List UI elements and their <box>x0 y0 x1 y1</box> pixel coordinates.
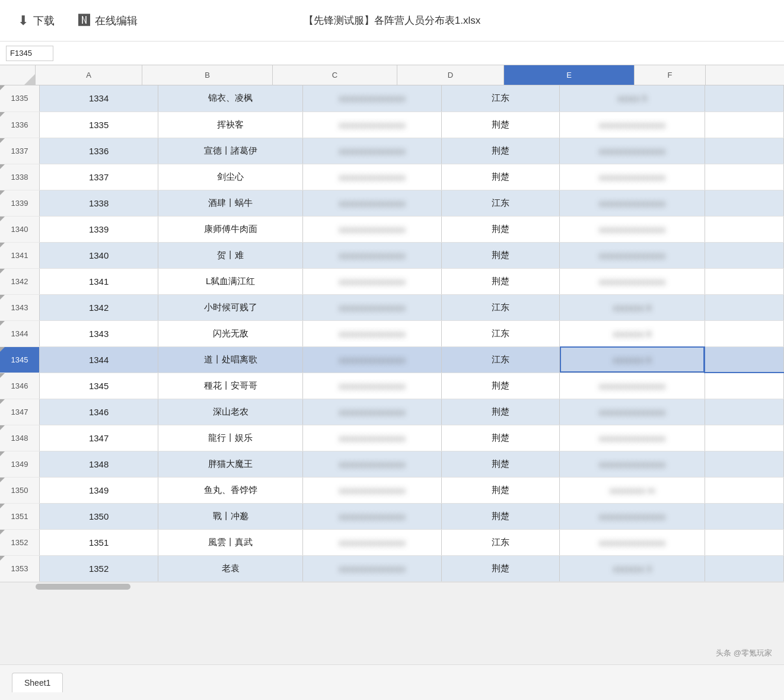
download-button[interactable]: ⬇ 下载 <box>18 13 55 28</box>
cell-f[interactable] <box>705 529 783 555</box>
cell-a[interactable]: 1352 <box>40 555 158 581</box>
cell-e[interactable]: xxxxxxx 6 <box>560 320 705 346</box>
table-row[interactable]: 13501349鱼丸、香饽饽xxxxxxxxxxxxxxx荆楚xxxxxxxx … <box>0 477 784 503</box>
cell-c[interactable]: xxxxxxxxxxxxxxx <box>303 529 441 555</box>
cell-f[interactable] <box>705 555 783 581</box>
cell-b[interactable]: 剑尘心 <box>158 164 303 190</box>
table-row[interactable]: 13481347龍行丨娱乐xxxxxxxxxxxxxxx荆楚xxxxxxxxxx… <box>0 425 784 451</box>
cell-d[interactable]: 江东 <box>441 346 560 373</box>
cell-c[interactable]: xxxxxxxxxxxxxxx <box>303 268 441 294</box>
table-row[interactable]: 13491348胖猫大魔王xxxxxxxxxxxxxxx荆楚xxxxxxxxxx… <box>0 451 784 477</box>
cell-a[interactable]: 1338 <box>40 190 158 216</box>
cell-e[interactable]: xxxxxxx 6 <box>560 346 705 373</box>
cell-c[interactable]: xxxxxxxxxxxxxxx <box>303 294 441 320</box>
cell-f[interactable] <box>705 503 783 529</box>
table-row[interactable]: 13411340贺丨难xxxxxxxxxxxxxxx荆楚xxxxxxxxxxxx… <box>0 242 784 268</box>
cell-c[interactable]: xxxxxxxxxxxxxxx <box>303 503 441 529</box>
cell-f[interactable] <box>705 373 783 399</box>
cell-e[interactable]: xxxxxxxxxxxxxxx <box>560 399 705 425</box>
cell-e[interactable]: xxxxxxxxxxxxxxx <box>560 242 705 268</box>
cell-e[interactable]: xxxxxxxxxxxxxxx <box>560 216 705 242</box>
cell-f[interactable] <box>705 320 783 346</box>
scrollbar-thumb[interactable] <box>36 584 130 590</box>
cell-d[interactable]: 江东 <box>441 294 560 320</box>
cell-d[interactable]: 荆楚 <box>441 373 560 399</box>
cell-d[interactable]: 荆楚 <box>441 242 560 268</box>
cell-c[interactable]: xxxxxxxxxxxxxxx <box>303 373 441 399</box>
cell-f[interactable] <box>705 164 783 190</box>
cell-a[interactable]: 1350 <box>40 503 158 529</box>
cell-d[interactable]: 江东 <box>441 320 560 346</box>
cell-e[interactable]: xxxxxxxxxxxxxxx <box>560 190 705 216</box>
online-edit-button[interactable]: 🅽 在线编辑 <box>78 14 138 28</box>
table-row[interactable]: 13351334锦衣、凌枫xxxxxxxxxxxxxxx江东xxxxx 5 <box>0 85 784 112</box>
cell-e[interactable]: xxxxxxxxxxxxxxx <box>560 112 705 138</box>
cell-e[interactable]: xxxxxxxxxxxxxxx <box>560 373 705 399</box>
cell-b[interactable]: 贺丨难 <box>158 242 303 268</box>
table-row[interactable]: 13451344道丨处唱离歌xxxxxxxxxxxxxxx江东xxxxxxx 6 <box>0 346 784 373</box>
col-header-a[interactable]: A <box>36 65 142 85</box>
cell-d[interactable]: 江东 <box>441 529 560 555</box>
cell-c[interactable]: xxxxxxxxxxxxxxx <box>303 190 441 216</box>
cell-d[interactable]: 荆楚 <box>441 216 560 242</box>
cell-b[interactable]: 鱼丸、香饽饽 <box>158 477 303 503</box>
cell-e[interactable]: xxxxxxxxxxxxxxx <box>560 425 705 451</box>
cell-f[interactable] <box>705 451 783 477</box>
table-row[interactable]: 13421341L弑血满江红xxxxxxxxxxxxxxx荆楚xxxxxxxxx… <box>0 268 784 294</box>
cell-b[interactable]: 酒肆丨蜗牛 <box>158 190 303 216</box>
cell-a[interactable]: 1337 <box>40 164 158 190</box>
cell-f[interactable] <box>705 399 783 425</box>
cell-f[interactable] <box>705 425 783 451</box>
cell-a[interactable]: 1342 <box>40 294 158 320</box>
cell-b[interactable]: 宣德丨諸葛伊 <box>158 138 303 164</box>
cell-f[interactable] <box>705 294 783 320</box>
cell-e[interactable]: xxxxxxxx m <box>560 477 705 503</box>
cell-e[interactable]: xxxxxxxxxxxxxxx <box>560 268 705 294</box>
table-row[interactable]: 13531352老袁xxxxxxxxxxxxxxx荆楚xxxxxxx 3 <box>0 555 784 581</box>
cell-a[interactable]: 1336 <box>40 138 158 164</box>
cell-a[interactable]: 1351 <box>40 529 158 555</box>
cell-d[interactable]: 荆楚 <box>441 477 560 503</box>
cell-c[interactable]: xxxxxxxxxxxxxxx <box>303 112 441 138</box>
cell-c[interactable]: xxxxxxxxxxxxxxx <box>303 320 441 346</box>
cell-e[interactable]: xxxxxxx 3 <box>560 555 705 581</box>
cell-b[interactable]: 小时候可贱了 <box>158 294 303 320</box>
table-row[interactable]: 13511350戰丨冲邈xxxxxxxxxxxxxxx荆楚xxxxxxxxxxx… <box>0 503 784 529</box>
cell-d[interactable]: 江东 <box>441 85 560 112</box>
cell-d[interactable]: 江东 <box>441 190 560 216</box>
cell-d[interactable]: 荆楚 <box>441 268 560 294</box>
cell-b[interactable]: 戰丨冲邈 <box>158 503 303 529</box>
cell-f[interactable] <box>705 190 783 216</box>
cell-e[interactable]: xxxxxxx 6 <box>560 294 705 320</box>
col-header-e[interactable]: E <box>504 65 635 85</box>
cell-a[interactable]: 1340 <box>40 242 158 268</box>
cell-c[interactable]: xxxxxxxxxxxxxxx <box>303 346 441 373</box>
cell-d[interactable]: 荆楚 <box>441 503 560 529</box>
cell-a[interactable]: 1343 <box>40 320 158 346</box>
table-row[interactable]: 13441343闪光无敌xxxxxxxxxxxxxxx江东xxxxxxx 6 <box>0 320 784 346</box>
cell-b[interactable]: 胖猫大魔王 <box>158 451 303 477</box>
cell-c[interactable]: xxxxxxxxxxxxxxx <box>303 216 441 242</box>
cell-f[interactable] <box>705 242 783 268</box>
cell-b[interactable]: 锦衣、凌枫 <box>158 85 303 112</box>
cell-c[interactable]: xxxxxxxxxxxxxxx <box>303 242 441 268</box>
cell-b[interactable]: 深山老农 <box>158 399 303 425</box>
cell-e[interactable]: xxxxxxxxxxxxxxx <box>560 138 705 164</box>
cell-b[interactable]: 風雲丨真武 <box>158 529 303 555</box>
table-row[interactable]: 13461345種花丨安哥哥xxxxxxxxxxxxxxx荆楚xxxxxxxxx… <box>0 373 784 399</box>
cell-e[interactable]: xxxxxxxxxxxxxxx <box>560 451 705 477</box>
table-row[interactable]: 13371336宣德丨諸葛伊xxxxxxxxxxxxxxx荆楚xxxxxxxxx… <box>0 138 784 164</box>
cell-c[interactable]: xxxxxxxxxxxxxxx <box>303 425 441 451</box>
cell-c[interactable]: xxxxxxxxxxxxxxx <box>303 164 441 190</box>
col-header-c[interactable]: C <box>273 65 397 85</box>
cell-a[interactable]: 1335 <box>40 112 158 138</box>
table-row[interactable]: 13361335挥袂客xxxxxxxxxxxxxxx荆楚xxxxxxxxxxxx… <box>0 112 784 138</box>
cell-d[interactable]: 荆楚 <box>441 138 560 164</box>
cell-d[interactable]: 荆楚 <box>441 164 560 190</box>
cell-f[interactable] <box>705 112 783 138</box>
cell-a[interactable]: 1339 <box>40 216 158 242</box>
cell-a[interactable]: 1346 <box>40 399 158 425</box>
cell-c[interactable]: xxxxxxxxxxxxxxx <box>303 555 441 581</box>
cell-d[interactable]: 荆楚 <box>441 112 560 138</box>
cell-c[interactable]: xxxxxxxxxxxxxxx <box>303 399 441 425</box>
